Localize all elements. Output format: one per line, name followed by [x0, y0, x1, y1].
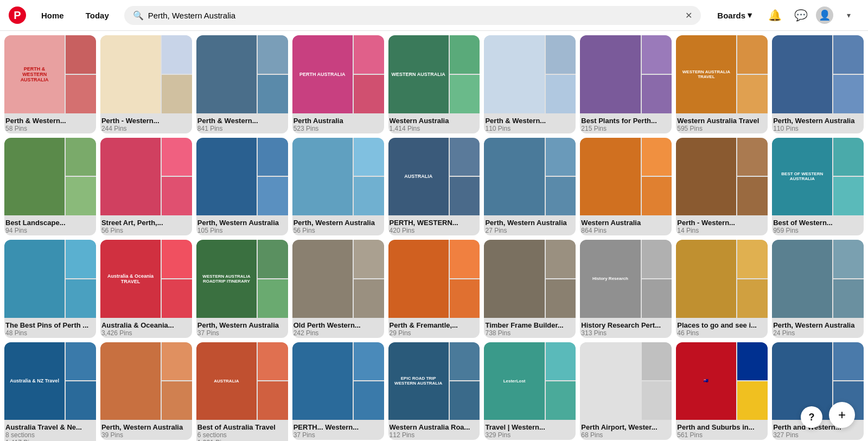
board-card[interactable]: AUSTRALIA 🤍 PERTH, WESTERN... 420 Pins	[388, 138, 480, 236]
board-card[interactable]: AUSTRALIA 🤍 Best of Australia Travel 6 s…	[196, 342, 288, 441]
board-card[interactable]: PERTH &WESTERNAUSTRALIA 🤍 Perth & Wester…	[4, 35, 96, 133]
board-card[interactable]: 🤍 Perth, Western Australia 105 Pins	[196, 138, 288, 236]
board-card[interactable]: 🤍 Perth & Fremantle,... 29 Pins	[388, 240, 480, 338]
search-clear-icon[interactable]: ✕	[685, 10, 692, 21]
board-card[interactable]: PERTH AUSTRALIA 🤍 Perth Australia 523 Pi…	[292, 35, 384, 133]
messages-button[interactable]: 💬	[790, 4, 812, 26]
board-card[interactable]: History Research 🤍 History Research Pert…	[580, 240, 672, 338]
board-card[interactable]: WESTERN AUSTRALIA TRAVEL 🤍 Western Austr…	[676, 35, 768, 133]
board-card[interactable]: 🤍 Western Australia 864 Pins	[580, 138, 672, 236]
boards-grid: PERTH &WESTERNAUSTRALIA 🤍 Perth & Wester…	[0, 31, 868, 441]
pinterest-logo[interactable]: P	[9, 7, 26, 24]
grid-column-9: 🤍 Perth, Western Australia 110 Pins BEST…	[772, 35, 864, 441]
board-card[interactable]: 🤍 Perth, Western Australia 39 Pins	[100, 342, 192, 440]
chevron-down-icon: ▾	[748, 10, 752, 20]
board-card[interactable]: 🤍 Old Perth Western... 242 Pins	[292, 240, 384, 338]
board-card[interactable]: 🤍 Perth, Western Australia 110 Pins	[772, 35, 864, 133]
grid-column-5: WESTERN AUSTRALIA 🤍 Western Australia 1,…	[388, 35, 480, 441]
board-card[interactable]: Australia & Oceania TRAVEL 🤍 Australia &…	[100, 240, 192, 338]
board-card[interactable]: 🤍 Best Plants for Perth... 215 Pins	[580, 35, 672, 133]
chat-icon: 💬	[794, 9, 808, 22]
board-card[interactable]: BEST OF WESTERN AUSTRALIA 🤍 Best of West…	[772, 138, 864, 236]
board-card[interactable]: Australia & NZ Travel 🤍 Australia Travel…	[4, 342, 96, 441]
avatar[interactable]: 👤	[816, 7, 833, 24]
board-card[interactable]: 🤍 Best Landscape... 94 Pins	[4, 138, 96, 236]
board-card[interactable]: LesterLost 🤍 Travel | Western... 329 Pin…	[484, 342, 576, 440]
board-card[interactable]: 🤍 Perth, Western Australia 24 Pins	[772, 240, 864, 338]
add-button[interactable]: +	[829, 402, 855, 428]
board-card[interactable]: 🤍 Timber Frame Builder... 738 Pins	[484, 240, 576, 338]
board-card[interactable]: 🤍 Perth, Western Australia 27 Pins	[484, 138, 576, 236]
grid-column-6: 🤍 Perth & Western... 110 Pins 🤍 Perth, W…	[484, 35, 576, 441]
board-card[interactable]: 🤍 Perth - Western... 14 Pins	[676, 138, 768, 236]
board-card[interactable]: 🤍 The Best Pins of Perth ... 48 Pins	[4, 240, 96, 338]
grid-column-4: PERTH AUSTRALIA 🤍 Perth Australia 523 Pi…	[292, 35, 384, 441]
nav-home[interactable]: Home	[35, 7, 71, 24]
boards-button[interactable]: Boards ▾	[710, 6, 760, 24]
grid-column-2: 🤍 Perth - Western... 244 Pins 🤍 Street A…	[100, 35, 192, 441]
board-card[interactable]: 🤍 Perth - Western... 244 Pins	[100, 35, 192, 133]
grid-column-7: 🤍 Best Plants for Perth... 215 Pins 🤍 We…	[580, 35, 672, 441]
search-icon: 🔍	[133, 10, 144, 21]
board-card[interactable]: 🤍 PERTH... Western... 37 Pins	[292, 342, 384, 440]
board-card[interactable]: 🇦🇺 🤍 Perth and Suburbs in... 561 Pins	[676, 342, 768, 440]
notifications-button[interactable]: 🔔	[764, 4, 786, 26]
grid-column-8: WESTERN AUSTRALIA TRAVEL 🤍 Western Austr…	[676, 35, 768, 441]
board-card[interactable]: 🤍 Street Art, Perth,... 56 Pins	[100, 138, 192, 236]
board-card[interactable]: 🤍 Perth & Western... 110 Pins	[484, 35, 576, 133]
nav-today[interactable]: Today	[79, 7, 116, 24]
search-bar: 🔍 ✕	[124, 6, 701, 25]
board-card[interactable]: WESTERN AUSTRALIA 🤍 Western Australia 1,…	[388, 35, 480, 133]
help-button[interactable]: ?	[801, 406, 822, 428]
board-card[interactable]: 🤍 Perth Airport, Wester... 68 Pins	[580, 342, 672, 440]
board-card[interactable]: EPIC ROAD TRIP WESTERN AUSTRALIA 🤍 Weste…	[388, 342, 480, 440]
account-menu-button[interactable]: ▾	[838, 4, 859, 26]
board-card[interactable]: 🤍 Perth, Western Australia 56 Pins	[292, 138, 384, 236]
bell-icon: 🔔	[768, 9, 782, 22]
board-card[interactable]: 🤍 Places to go and see i... 46 Pins	[676, 240, 768, 338]
grid-column-1: PERTH &WESTERNAUSTRALIA 🤍 Perth & Wester…	[4, 35, 96, 441]
grid-column-3: 🤍 Perth & Western... 841 Pins 🤍 Perth, W…	[196, 35, 288, 441]
board-card[interactable]: WESTERN AUSTRALIA ROADTRIP ITINERARY 🤍 P…	[196, 240, 288, 338]
header: P Home Today 🔍 ✕ Boards ▾ 🔔 💬 👤 ▾	[0, 0, 868, 31]
search-input[interactable]	[148, 11, 681, 20]
board-card[interactable]: 🤍 Perth & Western... 841 Pins	[196, 35, 288, 133]
header-right: Boards ▾ 🔔 💬 👤 ▾	[710, 4, 859, 26]
